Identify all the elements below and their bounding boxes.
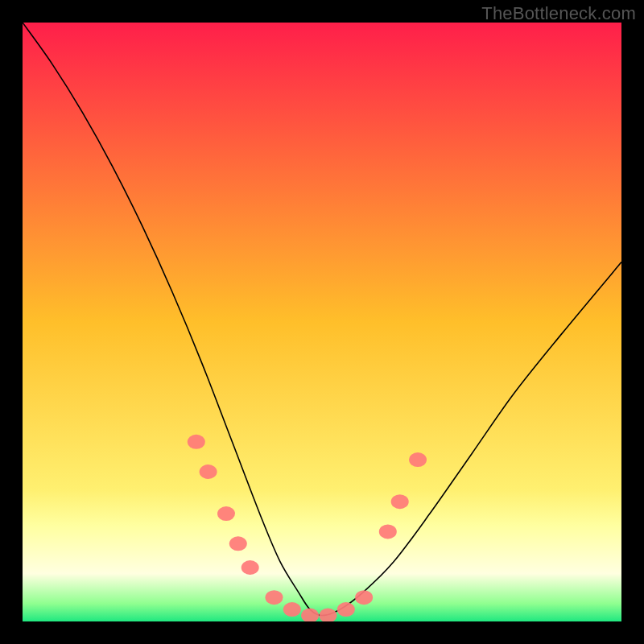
marker-point	[229, 536, 247, 551]
plot-area	[23, 23, 621, 621]
marker-point	[266, 590, 283, 605]
marker-point	[283, 602, 301, 617]
marker-point	[409, 452, 427, 467]
chart-svg	[23, 23, 621, 621]
marker-point	[200, 464, 217, 479]
watermark-text: TheBottleneck.com	[481, 3, 636, 24]
marker-point	[391, 494, 409, 509]
marker-point	[379, 524, 397, 539]
marker-point	[355, 590, 373, 605]
marker-point	[337, 602, 355, 617]
chart-frame: TheBottleneck.com	[0, 0, 644, 644]
marker-point	[188, 435, 205, 449]
gradient-background	[23, 23, 621, 621]
marker-point	[242, 560, 259, 575]
marker-point	[217, 506, 235, 521]
